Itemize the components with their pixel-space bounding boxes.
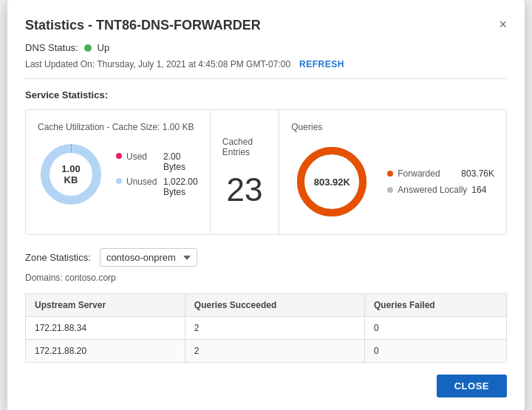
- modal-header: Statistics - TNT86-DNS-FORWARDER ×: [25, 18, 507, 33]
- queries-title: Queries: [291, 122, 494, 132]
- answered-dot: [387, 187, 393, 193]
- table-header-row: Upstream Server Queries Succeeded Querie…: [26, 294, 507, 317]
- cached-entries-card: Cached Entries 23: [211, 110, 280, 234]
- row1-failed: 0: [364, 317, 506, 340]
- forwarded-legend: Forwarded 803.76K: [387, 168, 494, 179]
- dns-status-row: DNS Status: Up: [25, 42, 507, 53]
- unused-dot: [116, 178, 122, 184]
- col-upstream: Upstream Server: [26, 294, 185, 317]
- modal-title: Statistics - TNT86-DNS-FORWARDER: [25, 18, 261, 33]
- forwarded-dot: [387, 171, 393, 177]
- row1-succeeded: 2: [185, 317, 364, 340]
- cache-unused-legend: Unused 1,022.00 Bytes: [116, 177, 198, 197]
- cache-content: 1.00 KB Used 2.00 Bytes Unused 1,022.00 …: [38, 141, 198, 208]
- table-row: 172.21.88.20 2 0: [26, 340, 507, 363]
- col-succeeded: Queries Succeeded: [185, 294, 364, 317]
- answered-label: Answered Locally: [398, 185, 467, 195]
- row2-server: 172.21.88.20: [26, 340, 185, 363]
- used-label: Used: [126, 151, 159, 162]
- domains-row: Domains: contoso.corp: [25, 273, 507, 283]
- zone-label: Zone Statistics:: [25, 252, 91, 263]
- unused-value: 1,022.00 Bytes: [163, 177, 198, 197]
- cached-entries-value: 23: [227, 172, 263, 208]
- modal-footer: CLOSE: [25, 375, 507, 397]
- close-button[interactable]: CLOSE: [437, 375, 507, 397]
- close-x-button[interactable]: ×: [499, 18, 507, 31]
- service-statistics-title: Service Statistics:: [25, 89, 507, 100]
- col-failed: Queries Failed: [364, 294, 506, 317]
- queries-donut: 803.92K: [291, 141, 372, 222]
- row1-server: 172.21.88.34: [26, 317, 185, 340]
- stats-table: Upstream Server Queries Succeeded Querie…: [25, 293, 507, 363]
- cached-entries-title: Cached Entries: [222, 137, 267, 157]
- zone-select[interactable]: contoso-onprem: [100, 248, 197, 267]
- used-dot: [116, 153, 122, 159]
- cache-donut: 1.00 KB: [38, 141, 104, 208]
- answered-value: 164: [471, 185, 486, 195]
- row2-succeeded: 2: [185, 340, 364, 363]
- table-body: 172.21.88.34 2 0 172.21.88.20 2 0: [26, 317, 507, 363]
- dns-status-value: Up: [98, 42, 110, 53]
- used-value: 2.00 Bytes: [163, 151, 198, 172]
- cache-center-text: 1.00 KB: [55, 163, 88, 185]
- queries-content: 803.92K Forwarded 803.76K Answered Local…: [291, 141, 494, 222]
- zone-statistics-row: Zone Statistics: contoso-onprem: [25, 248, 507, 267]
- forwarded-value: 803.76K: [461, 168, 494, 179]
- table-head: Upstream Server Queries Succeeded Querie…: [26, 294, 507, 317]
- cache-used-legend: Used 2.00 Bytes: [116, 151, 198, 172]
- refresh-button[interactable]: REFRESH: [299, 59, 344, 69]
- queries-card: Queries 803.92K Forwarded 803.76K: [279, 110, 506, 234]
- table-row: 172.21.88.34 2 0: [26, 317, 507, 340]
- cache-card: Cache Utilization - Cache Size: 1.00 KB …: [26, 110, 211, 234]
- last-updated-text: Last Updated On: Thursday, July 1, 2021 …: [25, 59, 290, 69]
- last-updated-row: Last Updated On: Thursday, July 1, 2021 …: [25, 59, 507, 79]
- dns-status-label: DNS Status:: [25, 42, 78, 53]
- stats-cards: Cache Utilization - Cache Size: 1.00 KB …: [25, 109, 507, 235]
- cache-legend: Used 2.00 Bytes Unused 1,022.00 Bytes: [116, 151, 198, 197]
- cache-title: Cache Utilization - Cache Size: 1.00 KB: [38, 122, 198, 132]
- queries-legend: Forwarded 803.76K Answered Locally 164: [387, 168, 494, 195]
- row2-failed: 0: [364, 340, 506, 363]
- forwarded-label: Forwarded: [398, 168, 457, 179]
- statistics-modal: Statistics - TNT86-DNS-FORWARDER × DNS S…: [7, 0, 525, 410]
- queries-center-text: 803.92K: [314, 177, 350, 188]
- dns-status-dot: [84, 44, 92, 52]
- unused-label: Unused: [126, 177, 159, 187]
- answered-legend: Answered Locally 164: [387, 185, 494, 195]
